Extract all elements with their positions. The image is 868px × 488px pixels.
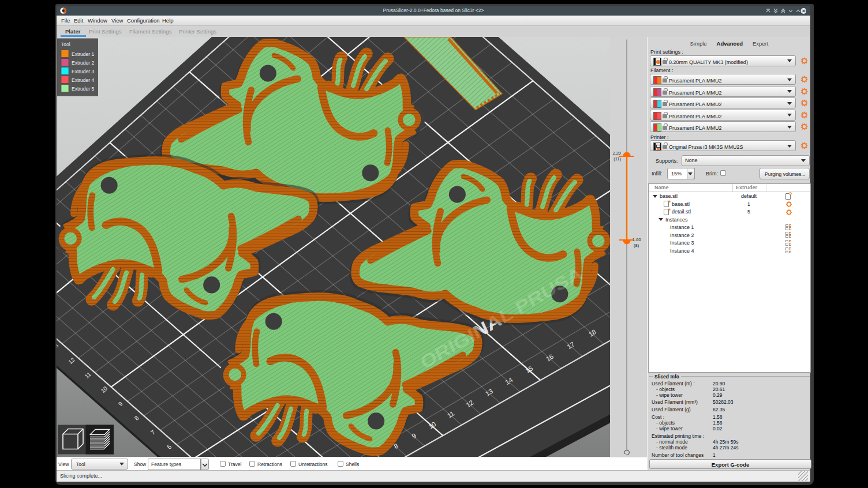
svg-text:2.20: 2.20 (612, 150, 621, 155)
svg-text:Extruder 1: Extruder 1 (72, 51, 94, 57)
svg-text:Tool: Tool (61, 41, 70, 47)
svg-text:Extruder 4: Extruder 4 (72, 77, 94, 82)
svg-text:Extruder 2: Extruder 2 (72, 59, 94, 65)
svg-text:Extruder 3: Extruder 3 (72, 68, 94, 74)
svg-text:Extruder 5: Extruder 5 (72, 85, 94, 91)
svg-text:1.60: 1.60 (633, 237, 641, 242)
svg-text:(11): (11) (613, 156, 621, 161)
svg-text:(8): (8) (634, 242, 639, 247)
